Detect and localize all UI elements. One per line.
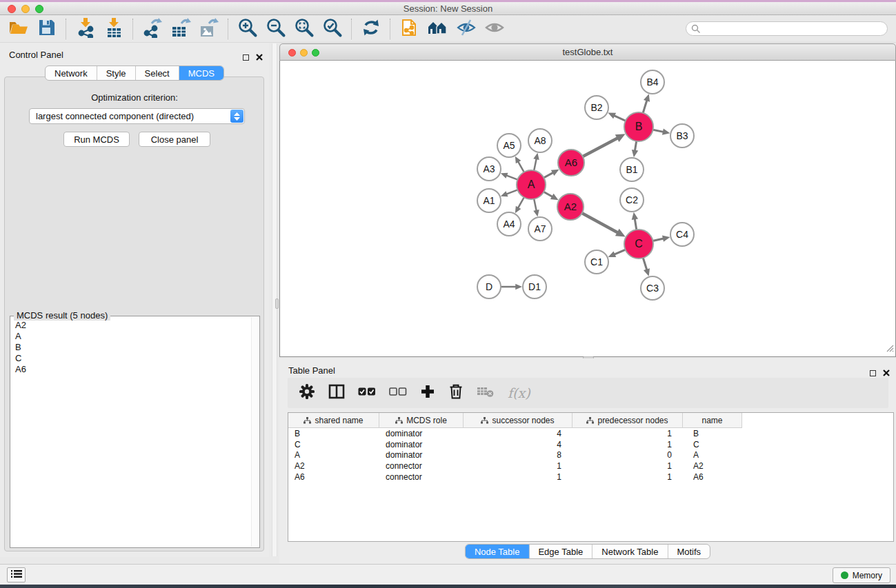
network-node-D[interactable]: D xyxy=(477,275,501,298)
network-node-B2[interactable]: B2 xyxy=(585,96,608,119)
float-panel-icon[interactable] xyxy=(243,54,249,61)
save-session-button[interactable] xyxy=(32,17,61,41)
network-node-B[interactable]: B xyxy=(624,112,653,141)
network-node-A6[interactable]: A6 xyxy=(558,150,584,176)
network-node-C4[interactable]: C4 xyxy=(670,223,694,246)
table-row[interactable]: Adominator80A xyxy=(288,450,893,461)
zoom-fit-button[interactable] xyxy=(290,17,318,41)
close-panel-icon[interactable] xyxy=(256,51,263,63)
tab-style[interactable]: Style xyxy=(97,66,136,80)
import-network-button[interactable] xyxy=(71,17,99,41)
delete-table-button[interactable] xyxy=(477,385,495,401)
network-node-A4[interactable]: A4 xyxy=(497,212,521,236)
network-node-C1[interactable]: C1 xyxy=(585,250,608,274)
network-node-B3[interactable]: B3 xyxy=(670,124,694,148)
run-mcds-button[interactable]: Run MCDS xyxy=(63,132,130,147)
table-cell[interactable]: A2 xyxy=(288,461,379,471)
table-cell[interactable]: 0 xyxy=(573,450,683,460)
tab-motifs[interactable]: Motifs xyxy=(668,545,710,558)
table-row[interactable]: A2connector11A2 xyxy=(288,460,893,472)
network-node-A5[interactable]: A5 xyxy=(497,134,521,157)
table-cell[interactable]: 8 xyxy=(464,450,573,460)
criterion-select[interactable]: largest connected component (directed) xyxy=(29,108,245,124)
table-cell[interactable]: 1 xyxy=(464,461,573,471)
table-cell[interactable]: connector xyxy=(379,461,464,471)
table-cell[interactable]: A6 xyxy=(683,472,742,482)
table-cell[interactable]: dominator xyxy=(379,429,464,438)
table-cell[interactable]: 1 xyxy=(573,461,683,471)
table-cell[interactable]: 1 xyxy=(573,440,683,449)
apply-layout-button[interactable] xyxy=(357,17,385,41)
select-all-button[interactable] xyxy=(358,387,376,399)
tab-network-table[interactable]: Network Table xyxy=(593,545,668,558)
export-network-button[interactable] xyxy=(138,17,166,41)
column-header-predecessor-nodes[interactable]: predecessor nodes xyxy=(573,413,683,428)
table-cell[interactable]: A2 xyxy=(683,461,742,471)
table-cell[interactable]: 4 xyxy=(464,429,573,438)
network-node-C[interactable]: C xyxy=(624,230,653,258)
network-node-B4[interactable]: B4 xyxy=(641,70,664,94)
network-node-A[interactable]: A xyxy=(517,170,546,199)
first-neighbors-button[interactable] xyxy=(424,17,452,41)
zoom-selected-button[interactable] xyxy=(318,17,346,41)
zoom-in-button[interactable] xyxy=(233,17,261,41)
table-cell[interactable]: connector xyxy=(379,472,464,482)
mcds-result-item[interactable]: C xyxy=(11,353,250,364)
mcds-result-item[interactable]: B xyxy=(11,342,250,353)
network-node-D1[interactable]: D1 xyxy=(523,275,546,298)
show-graphics-details-button[interactable] xyxy=(480,17,508,41)
delete-column-button[interactable] xyxy=(448,383,464,403)
table-cell[interactable]: C xyxy=(288,440,379,449)
tab-edge-table[interactable]: Edge Table xyxy=(529,545,593,558)
table-cell[interactable]: A xyxy=(683,450,742,460)
table-row[interactable]: Bdominator41B xyxy=(288,428,893,439)
table-cell[interactable]: B xyxy=(683,429,742,438)
network-node-C3[interactable]: C3 xyxy=(641,276,664,300)
table-cell[interactable]: 4 xyxy=(464,440,573,449)
mcds-result-item[interactable]: A xyxy=(11,331,250,342)
float-panel-icon[interactable] xyxy=(870,370,876,376)
network-vertical-scrollbar[interactable] xyxy=(275,298,279,309)
column-header-name[interactable]: name xyxy=(683,413,742,428)
memory-button[interactable]: Memory xyxy=(833,567,890,583)
mcds-result-item[interactable]: A2 xyxy=(11,320,250,331)
hide-graphics-details-button[interactable] xyxy=(452,17,480,41)
close-panel-button[interactable]: Close panel xyxy=(139,132,210,147)
import-table-button[interactable] xyxy=(99,17,128,41)
tab-select[interactable]: Select xyxy=(136,66,179,80)
network-node-A1[interactable]: A1 xyxy=(477,189,501,212)
network-node-B1[interactable]: B1 xyxy=(620,158,644,181)
table-row[interactable]: Cdominator41C xyxy=(288,439,893,450)
table-cell[interactable]: 1 xyxy=(573,429,683,438)
table-row[interactable]: A6connector11A6 xyxy=(288,472,893,483)
table-cell[interactable]: A6 xyxy=(288,472,379,482)
toggle-column-display-button[interactable] xyxy=(328,384,345,402)
function-builder-button[interactable]: f(x) xyxy=(508,385,530,401)
column-header-successor-nodes[interactable]: successor nodes xyxy=(464,413,573,428)
network-window-titlebar[interactable]: testGlobe.txt xyxy=(279,43,896,61)
mcds-result-item[interactable]: A6 xyxy=(11,364,250,375)
column-header-shared-name[interactable]: shared name xyxy=(288,413,379,428)
open-session-button[interactable] xyxy=(4,17,32,41)
resize-grip-icon[interactable] xyxy=(886,343,894,355)
task-history-button[interactable] xyxy=(7,567,26,582)
result-list-scrollbar[interactable] xyxy=(251,317,259,547)
network-node-C2[interactable]: C2 xyxy=(620,188,644,212)
create-column-button[interactable] xyxy=(420,384,435,402)
table-cell[interactable]: A xyxy=(288,450,379,460)
column-header-mcds-role[interactable]: MCDS role xyxy=(379,413,464,428)
table-settings-button[interactable] xyxy=(299,383,315,403)
network-node-A8[interactable]: A8 xyxy=(528,129,552,152)
tab-node-table[interactable]: Node Table xyxy=(466,545,530,558)
network-node-A7[interactable]: A7 xyxy=(528,217,552,241)
network-canvas[interactable]: B4B2BB3B1A5A8A6A3AA1A2C2A4A7CC4C1C3DD1 xyxy=(279,61,896,357)
table-cell[interactable]: dominator xyxy=(379,440,464,449)
table-cell[interactable]: C xyxy=(683,440,742,449)
table-cell[interactable]: 1 xyxy=(464,472,573,482)
network-node-A2[interactable]: A2 xyxy=(557,194,584,220)
table-cell[interactable]: B xyxy=(288,429,379,438)
network-node-A3[interactable]: A3 xyxy=(477,157,501,181)
export-table-button[interactable] xyxy=(166,17,195,41)
table-cell[interactable]: 1 xyxy=(573,472,683,482)
zoom-out-button[interactable] xyxy=(261,17,290,41)
